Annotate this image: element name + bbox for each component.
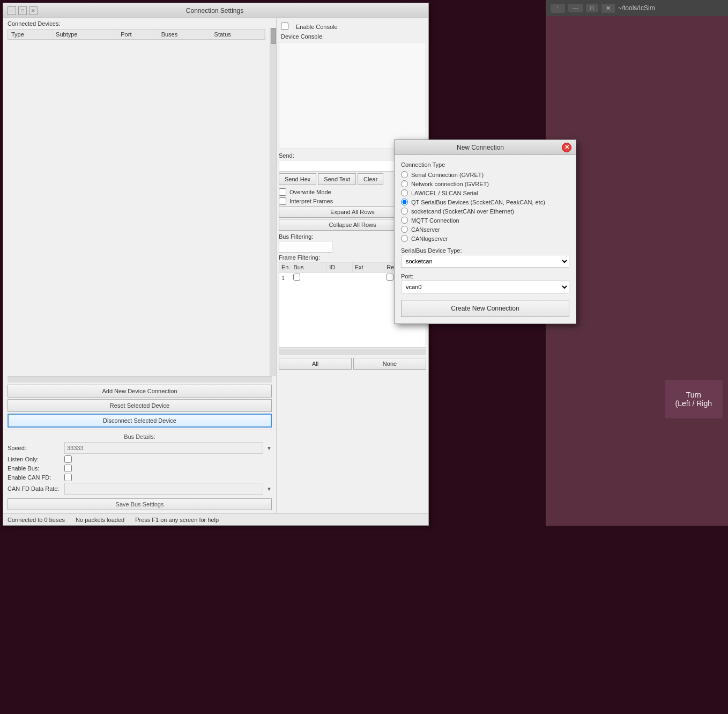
port-select[interactable]: vcan0 <box>401 281 569 293</box>
none-button[interactable]: None <box>353 358 426 370</box>
speed-row: Speed: ▼ <box>8 442 272 454</box>
add-new-device-button[interactable]: Add New Device Connection <box>8 385 272 398</box>
radio-canlogserver[interactable]: CANlogserver <box>401 235 569 242</box>
device-console-area[interactable] <box>279 42 426 149</box>
icsim-maximize-button[interactable]: □ <box>586 4 598 12</box>
radio-socketcand-input[interactable] <box>401 208 408 215</box>
minimize-button[interactable]: — <box>8 6 16 15</box>
enable-bus-label: Enable Bus: <box>8 465 61 472</box>
all-button[interactable]: All <box>279 358 352 370</box>
radio-network-gvret-label: Network connection (GVRET) <box>411 181 489 187</box>
listen-only-checkbox[interactable] <box>64 455 72 463</box>
radio-qt-serialbus-label: QT SerialBus Devices (SocketCAN, PeakCAN… <box>411 199 545 205</box>
device-console-label: Device Console: <box>279 32 426 41</box>
overwrite-mode-checkbox[interactable] <box>279 188 286 196</box>
dialog-body: Connection Type Serial Connection (GVRET… <box>395 155 576 323</box>
can-fd-data-rate-row: CAN FD Data Rate: ▼ <box>8 483 272 495</box>
connected-buses-status: Connected to 0 buses <box>8 517 65 523</box>
radio-mqtt[interactable]: MQTT Connection <box>401 217 569 224</box>
radio-canlogserver-label: CANlogserver <box>411 235 448 242</box>
speed-dropdown-icon: ▼ <box>266 445 272 451</box>
radio-socketcand[interactable]: socketcand (SocketCAN over Ethernet) <box>401 208 569 215</box>
enable-can-fd-row: Enable CAN FD: <box>8 474 272 481</box>
enable-console-checkbox[interactable] <box>281 23 288 30</box>
row-num: 1 <box>279 273 291 283</box>
icsim-close-button[interactable]: ✕ <box>601 4 615 13</box>
enable-bus-row: Enable Bus: <box>8 465 272 472</box>
col-buses: Buses <box>158 30 211 40</box>
speed-input[interactable] <box>64 442 263 454</box>
devices-table-area: Type Subtype Port Buses Status <box>3 28 276 376</box>
filter-col-ext: Ext <box>352 262 384 273</box>
can-fd-data-rate-input[interactable] <box>64 483 263 495</box>
all-none-buttons: All None <box>279 358 426 370</box>
clear-button[interactable]: Clear <box>358 173 383 185</box>
reset-selected-device-button[interactable]: Reset Selected Device <box>8 399 272 412</box>
radio-serial-gvret[interactable]: Serial Connection (GVRET) <box>401 171 569 178</box>
send-text-button[interactable]: Send Text <box>318 173 356 185</box>
listen-only-row: Listen Only: <box>8 455 272 463</box>
dialog-close-button[interactable]: ✕ <box>562 143 571 152</box>
port-label: Port: <box>401 273 569 279</box>
radio-qt-serialbus[interactable]: QT SerialBus Devices (SocketCAN, PeakCAN… <box>401 198 569 205</box>
col-status: Status <box>211 30 264 40</box>
horiz-scrollbar[interactable] <box>8 376 272 382</box>
icsim-titlebar: ⋮ — □ ✕ ~/tools/IcSim <box>546 0 728 16</box>
radio-canlogserver-input[interactable] <box>401 235 408 242</box>
radio-lawicel-input[interactable] <box>401 189 408 196</box>
devices-table-scroll[interactable]: Type Subtype Port Buses Status <box>3 28 270 376</box>
device-buttons-panel: Add New Device Connection Reset Selected… <box>3 382 276 430</box>
can-fd-dropdown-icon: ▼ <box>266 486 272 492</box>
radio-canserver-label: CANserver <box>411 226 440 233</box>
create-new-connection-button[interactable]: Create New Connection <box>401 300 569 317</box>
enable-console-row: Enable Console <box>279 20 426 32</box>
radio-lawicel-label: LAWICEL / SLCAN Serial <box>411 190 478 196</box>
radio-serial-gvret-input[interactable] <box>401 171 408 178</box>
connection-settings-window: — □ ✕ Connection Settings Connected Devi… <box>3 3 429 526</box>
enable-bus-checkbox[interactable] <box>64 465 72 472</box>
devices-table: Type Subtype Port Buses Status <box>8 30 265 40</box>
disconnect-selected-device-button[interactable]: Disconnect Selected Device <box>8 414 272 428</box>
enable-can-fd-label: Enable CAN FD: <box>8 474 61 481</box>
frame-filter-scrollbar[interactable] <box>279 349 426 355</box>
window-titlebar: — □ ✕ Connection Settings <box>3 3 428 18</box>
filter-col-bus: Bus <box>291 262 327 273</box>
radio-lawicel[interactable]: LAWICEL / SLCAN Serial <box>401 189 569 196</box>
radio-mqtt-input[interactable] <box>401 217 408 224</box>
icsim-title: ~/tools/IcSim <box>618 4 655 12</box>
new-connection-dialog: New Connection ✕ Connection Type Serial … <box>394 139 576 324</box>
filter-col-id: ID <box>327 262 353 273</box>
bus-details-section: Bus Details: Speed: ▼ Listen Only: Enabl… <box>3 430 276 513</box>
filter-ext-checkbox[interactable] <box>387 274 393 281</box>
icsim-tab-button[interactable]: ⋮ <box>551 4 565 13</box>
packets-status: No packets loaded <box>76 517 124 523</box>
serialbus-device-type-select[interactable]: socketcan <box>401 255 569 268</box>
icsim-minimize-button[interactable]: — <box>568 4 583 12</box>
filter-en-checkbox[interactable] <box>293 274 300 281</box>
save-bus-settings-button[interactable]: Save Bus Settings <box>8 498 272 510</box>
dialog-titlebar: New Connection ✕ <box>395 140 576 155</box>
radio-mqtt-label: MQTT Connection <box>411 217 459 224</box>
radio-canserver-input[interactable] <box>401 226 408 233</box>
interpret-frames-checkbox[interactable] <box>279 197 286 205</box>
radio-canserver[interactable]: CANserver <box>401 226 569 233</box>
radio-qt-serialbus-input[interactable] <box>401 198 408 205</box>
overwrite-mode-label: Overwrite Mode <box>289 189 331 195</box>
window-title: Connection Settings <box>38 7 392 14</box>
radio-socketcand-label: socketcand (SocketCAN over Ethernet) <box>411 208 514 215</box>
enable-can-fd-checkbox[interactable] <box>64 474 72 481</box>
enable-console-label: Enable Console <box>292 21 342 31</box>
status-bar: Connected to 0 buses No packets loaded P… <box>3 513 428 525</box>
radio-network-gvret-input[interactable] <box>401 180 408 187</box>
bus-filter-input[interactable] <box>279 241 332 253</box>
connection-type-label: Connection Type <box>401 161 569 168</box>
filter-id-cell <box>352 273 384 283</box>
send-hex-button[interactable]: Send Hex <box>279 173 316 185</box>
maximize-button[interactable]: □ <box>18 6 27 15</box>
devices-scrollbar[interactable] <box>270 28 276 376</box>
close-button[interactable]: ✕ <box>29 6 38 15</box>
radio-network-gvret[interactable]: Network connection (GVRET) <box>401 180 569 187</box>
listen-only-label: Listen Only: <box>8 456 61 462</box>
serialbus-device-type-label: SerialBus Device Type: <box>401 247 569 254</box>
dialog-title: New Connection <box>399 144 562 151</box>
